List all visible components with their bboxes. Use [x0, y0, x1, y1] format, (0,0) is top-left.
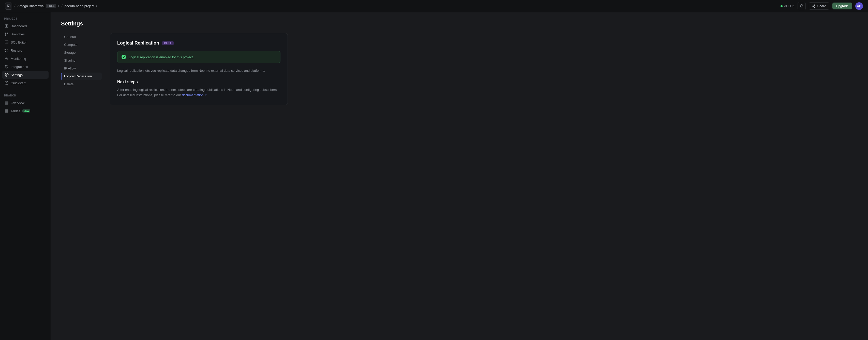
svg-rect-13: [5, 41, 8, 44]
sidebar-divider: [4, 90, 46, 90]
sidebar-item-overview-label: Overview: [11, 101, 24, 105]
tables-icon: [5, 109, 9, 113]
neon-logo[interactable]: [5, 3, 12, 10]
sidebar-item-restore[interactable]: Restore: [2, 47, 49, 54]
sidebar-item-sql-editor[interactable]: SQL Editor: [2, 38, 49, 46]
documentation-link[interactable]: documentation ↗: [182, 93, 207, 98]
subnav-delete-label: Delete: [64, 82, 74, 86]
sidebar-item-monitoring-label: Monitoring: [11, 57, 26, 61]
sidebar-item-integrations-label: Integrations: [11, 65, 28, 69]
sql-editor-icon: [5, 40, 9, 44]
free-badge: FREE: [46, 4, 57, 8]
subnav-ip-allow-label: IP Allow: [64, 66, 76, 70]
breadcrumb-project[interactable]: peerdb-neon-project ▾: [65, 4, 97, 8]
status-dot: [780, 5, 782, 7]
success-icon: [122, 55, 126, 59]
section-title: Logical Replication: [117, 40, 159, 46]
main-layout: PROJECT Dashboard Branches SQL Editor: [0, 12, 868, 340]
avatar[interactable]: AB: [855, 2, 863, 10]
project-chevron-icon: ▾: [96, 4, 97, 8]
sidebar-item-quickstart-label: Quickstart: [11, 81, 26, 85]
svg-rect-9: [7, 26, 8, 27]
settings-layout: General Compute Storage Sharing IP Allow…: [61, 33, 858, 105]
tables-new-badge: NEW: [22, 109, 31, 112]
quickstart-icon: [5, 81, 9, 85]
subnav-ip-allow[interactable]: IP Allow: [61, 65, 102, 72]
settings-subnav: General Compute Storage Sharing IP Allow…: [61, 33, 102, 105]
beta-badge: BETA: [162, 41, 174, 45]
sidebar-item-dashboard[interactable]: Dashboard: [2, 22, 49, 30]
subnav-delete[interactable]: Delete: [61, 80, 102, 88]
sidebar-item-dashboard-label: Dashboard: [11, 24, 27, 28]
steps-description: After enabling logical replication, the …: [117, 87, 280, 98]
svg-rect-0: [7, 4, 10, 8]
topbar-left: / Amogh Bharadwaj FREE ▾ / peerdb-neon-p…: [5, 3, 97, 10]
settings-icon: [5, 73, 9, 77]
svg-rect-7: [7, 24, 8, 26]
section-header: Logical Replication BETA: [117, 40, 280, 46]
svg-point-11: [5, 35, 6, 36]
breadcrumb-user[interactable]: Amogh Bharadwaj FREE ▾: [17, 4, 59, 8]
subnav-compute[interactable]: Compute: [61, 41, 102, 48]
svg-point-15: [6, 74, 7, 75]
branches-icon: [5, 32, 9, 36]
sidebar-item-integrations[interactable]: Integrations: [2, 63, 49, 70]
svg-point-2: [813, 6, 814, 7]
subnav-logical-replication-label: Logical Replication: [64, 74, 92, 78]
sidebar-item-tables-label: Tables: [11, 109, 20, 113]
project-section-label: PROJECT: [2, 16, 49, 22]
subnav-logical-replication[interactable]: Logical Replication: [61, 73, 102, 80]
subnav-general[interactable]: General: [61, 33, 102, 40]
subnav-compute-label: Compute: [64, 43, 78, 47]
svg-point-1: [814, 5, 815, 6]
restore-icon: [5, 48, 9, 52]
breadcrumb-separator-1: /: [14, 4, 15, 8]
sidebar-item-overview[interactable]: Overview: [2, 99, 49, 107]
share-button[interactable]: Share: [809, 2, 829, 10]
svg-rect-8: [5, 26, 6, 27]
notifications-button[interactable]: [798, 2, 806, 10]
user-chevron-icon: ▾: [58, 4, 59, 8]
dashboard-icon: [5, 24, 9, 28]
sidebar-item-settings[interactable]: Settings: [2, 71, 49, 79]
breadcrumb-project-name: peerdb-neon-project: [65, 4, 94, 8]
topbar-right: ALL OK Share Upgrade AB: [780, 2, 863, 10]
status-label: ALL OK: [784, 4, 795, 8]
sidebar-item-branches[interactable]: Branches: [2, 30, 49, 38]
svg-line-5: [813, 5, 814, 6]
sidebar: PROJECT Dashboard Branches SQL Editor: [0, 12, 51, 340]
doc-link-label: documentation: [182, 93, 204, 98]
svg-point-3: [814, 7, 815, 8]
svg-line-4: [813, 6, 814, 7]
sidebar-item-monitoring[interactable]: Monitoring: [2, 55, 49, 62]
integrations-icon: [5, 65, 9, 69]
status-indicator: ALL OK: [780, 4, 795, 8]
svg-rect-17: [5, 101, 8, 104]
breadcrumb-user-name: Amogh Bharadwaj: [17, 4, 44, 8]
description-text: Logical replication lets you replicate d…: [117, 68, 280, 74]
branch-section-label: BRANCH: [2, 93, 49, 99]
external-link-icon: ↗: [205, 93, 207, 97]
sidebar-item-tables[interactable]: Tables NEW: [2, 107, 49, 115]
upgrade-label: Upgrade: [836, 4, 849, 8]
success-message: Logical replication is enabled for this …: [129, 55, 194, 59]
success-banner: Logical replication is enabled for this …: [117, 51, 280, 63]
upgrade-button[interactable]: Upgrade: [832, 3, 852, 9]
subnav-general-label: General: [64, 35, 76, 39]
subnav-storage[interactable]: Storage: [61, 49, 102, 56]
subnav-sharing-label: Sharing: [64, 59, 75, 62]
share-label: Share: [817, 4, 826, 8]
sidebar-item-branches-label: Branches: [11, 32, 25, 36]
logical-replication-card: Logical Replication BETA Logical replica…: [110, 33, 288, 105]
sidebar-item-restore-label: Restore: [11, 49, 22, 52]
sidebar-item-settings-label: Settings: [11, 73, 23, 77]
sidebar-item-quickstart[interactable]: Quickstart: [2, 79, 49, 87]
subnav-sharing[interactable]: Sharing: [61, 57, 102, 64]
monitoring-icon: [5, 56, 9, 61]
page-title: Settings: [61, 20, 858, 27]
content-area: Settings General Compute Storage Sharing…: [51, 12, 868, 340]
overview-icon: [5, 101, 9, 105]
main-panel: Logical Replication BETA Logical replica…: [110, 33, 288, 105]
next-steps-title: Next steps: [117, 80, 280, 84]
breadcrumb-separator-2: /: [61, 4, 62, 8]
